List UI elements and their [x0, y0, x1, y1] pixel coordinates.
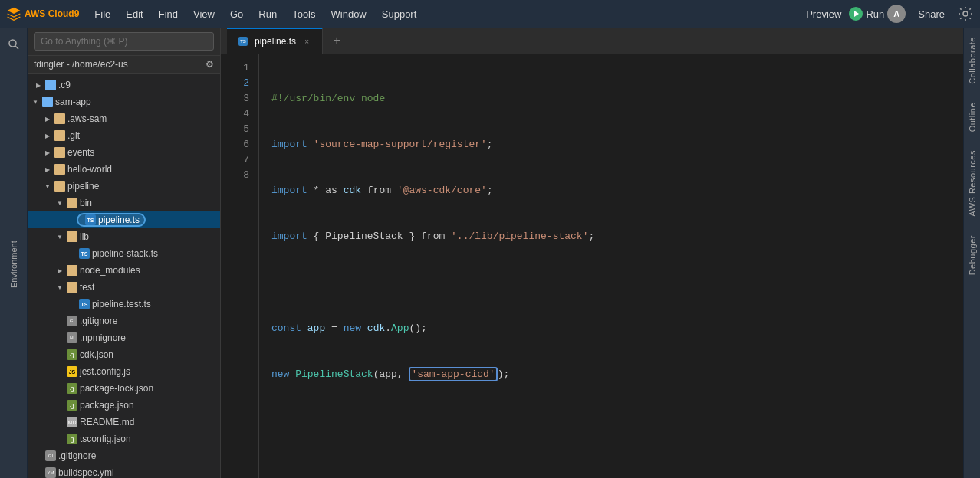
folder-icon-sam-app — [42, 97, 53, 107]
search-bar — [28, 28, 220, 56]
right-label-collaborate[interactable]: Collaborate — [965, 28, 979, 93]
folder-icon-hello-world — [54, 164, 65, 175]
arrow-node-modules — [55, 266, 64, 275]
ts-icon-pipeline-ts: TS — [85, 214, 96, 225]
environment-label[interactable]: Environment — [9, 58, 18, 478]
sidebar-path: fdingler - /home/ec2-us — [34, 59, 128, 70]
code-line-6: const app = new cdk.App(); — [271, 321, 951, 336]
app-name: AWS Cloud9 — [25, 8, 79, 19]
icon-package-json: {} — [67, 400, 77, 411]
icon-package-lock: {} — [67, 383, 77, 394]
tab-close-button[interactable]: × — [301, 35, 313, 47]
code-line-7: new PipelineStack(app, 'sam-app-cicd'); — [271, 367, 951, 382]
icon-readme: MD — [67, 417, 77, 427]
tree-item-hello-world[interactable]: hello-world — [28, 161, 220, 178]
tree-item-readme[interactable]: MD README.md — [28, 414, 220, 431]
folder-icon-pipeline — [54, 181, 65, 192]
menu-tools[interactable]: Tools — [286, 5, 321, 23]
tree-item-node-modules[interactable]: node_modules — [28, 262, 220, 279]
tree-item-sam-app[interactable]: sam-app — [28, 93, 220, 110]
folder-icon-bin — [67, 198, 77, 208]
pipeline-ts-highlight: TS pipeline.ts — [77, 213, 146, 227]
sidebar-settings-icon[interactable]: ⚙ — [206, 59, 214, 70]
right-panel: Collaborate Outline AWS Resources Debugg… — [963, 28, 980, 478]
ts-icon-pipeline-test-ts: TS — [79, 299, 90, 309]
menu-support[interactable]: Support — [376, 5, 423, 23]
arrow-git — [43, 131, 52, 140]
icon-tsconfig: {} — [67, 434, 77, 444]
file-tree: .c9 sam-app .aws-sam .git — [28, 74, 220, 478]
tree-item-gitignore[interactable]: GI .gitignore — [28, 313, 220, 329]
tree-item-tsconfig[interactable]: {} tsconfig.json — [28, 431, 220, 447]
tree-item-aws-sam[interactable]: .aws-sam — [28, 110, 220, 127]
tree-item-buildspec[interactable]: YM buildspec.yml — [28, 464, 220, 478]
arrow-aws-sam — [43, 114, 52, 123]
code-content[interactable]: #!/usr/bin/env node import 'source-map-s… — [259, 54, 963, 478]
menu-run[interactable]: Run — [252, 5, 283, 23]
arrow-lib — [55, 232, 64, 241]
icon-buildspec: YM — [45, 467, 56, 478]
icon-jest-config: JS — [67, 366, 77, 377]
arrow-test — [55, 283, 64, 292]
svg-point-0 — [963, 11, 968, 16]
folder-icon-test — [67, 282, 77, 293]
aws-logo: AWS Cloud9 — [6, 6, 79, 21]
share-area: A Share — [887, 5, 974, 23]
tree-item-pipeline-ts[interactable]: TS pipeline.ts — [28, 211, 220, 228]
run-button[interactable]: Run — [849, 7, 884, 21]
search-icon-left[interactable] — [3, 34, 25, 55]
code-line-8 — [271, 413, 951, 428]
tree-item-pipeline[interactable]: pipeline — [28, 178, 220, 195]
folder-icon-c9 — [45, 80, 56, 90]
icon-gitignore-root: GI — [45, 450, 56, 461]
menu-window[interactable]: Window — [325, 5, 373, 23]
sidebar-header: fdingler - /home/ec2-us ⚙ — [28, 56, 220, 74]
add-tab-button[interactable]: + — [326, 30, 347, 51]
code-line-2: import 'source-map-support/register'; — [271, 137, 951, 152]
tree-item-npmignore[interactable]: NI .npmignore — [28, 329, 220, 346]
search-input[interactable] — [34, 32, 214, 51]
right-label-aws-resources[interactable]: AWS Resources — [965, 141, 979, 226]
code-editor: 1 2 3 4 5 6 7 8 #!/usr/bin/env node impo… — [221, 54, 963, 478]
menu-bar: AWS Cloud9 File Edit Find View Go Run To… — [0, 0, 980, 28]
tree-item-git[interactable]: .git — [28, 127, 220, 144]
tree-item-c9[interactable]: .c9 — [28, 77, 220, 93]
line-numbers: 1 2 3 4 5 6 7 8 — [221, 54, 259, 478]
tree-item-package-json[interactable]: {} package.json — [28, 397, 220, 414]
icon-cdk-json: {} — [67, 349, 77, 360]
settings-icon[interactable] — [957, 5, 974, 22]
tree-item-events[interactable]: events — [28, 144, 220, 161]
arrow-pipeline — [43, 182, 52, 191]
right-label-outline[interactable]: Outline — [965, 93, 979, 141]
preview-run-area: Preview Run — [806, 7, 884, 21]
tree-item-package-lock[interactable]: {} package-lock.json — [28, 380, 220, 397]
menu-file[interactable]: File — [88, 5, 117, 23]
tree-item-gitignore-root[interactable]: GI .gitignore — [28, 447, 220, 464]
tree-item-cdk-json[interactable]: {} cdk.json — [28, 346, 220, 363]
share-button[interactable]: Share — [912, 5, 951, 23]
code-line-1: #!/usr/bin/env node — [271, 91, 951, 106]
menu-find[interactable]: Find — [153, 5, 184, 23]
tab-pipeline-ts[interactable]: TS pipeline.ts × — [227, 28, 323, 54]
tree-item-pipeline-test-ts[interactable]: TS pipeline.test.ts — [28, 296, 220, 313]
arrow-sam-app — [31, 97, 40, 106]
tree-item-lib[interactable]: lib — [28, 228, 220, 245]
tab-bar: TS pipeline.ts × + — [221, 28, 963, 54]
editor-area: TS pipeline.ts × + 1 2 3 4 5 6 7 8 #!/us… — [221, 28, 963, 478]
tab-ts-icon: TS — [238, 37, 248, 46]
tree-item-jest-config[interactable]: JS jest.config.js — [28, 363, 220, 380]
tree-item-pipeline-stack-ts[interactable]: TS pipeline-stack.ts — [28, 245, 220, 262]
menu-go[interactable]: Go — [224, 5, 249, 23]
right-label-debugger[interactable]: Debugger — [965, 226, 979, 284]
tree-item-test[interactable]: test — [28, 279, 220, 296]
tree-item-bin[interactable]: bin — [28, 195, 220, 211]
code-line-3: import * as cdk from '@aws-cdk/core'; — [271, 183, 951, 198]
arrow-hello-world — [43, 165, 52, 174]
ts-icon-pipeline-stack-ts: TS — [79, 248, 90, 259]
code-line-5 — [271, 275, 951, 290]
folder-icon-lib — [67, 231, 77, 242]
menu-edit[interactable]: Edit — [120, 5, 149, 23]
preview-button[interactable]: Preview — [806, 8, 841, 20]
file-icon-gitignore: GI — [67, 316, 77, 326]
menu-view[interactable]: View — [187, 5, 221, 23]
